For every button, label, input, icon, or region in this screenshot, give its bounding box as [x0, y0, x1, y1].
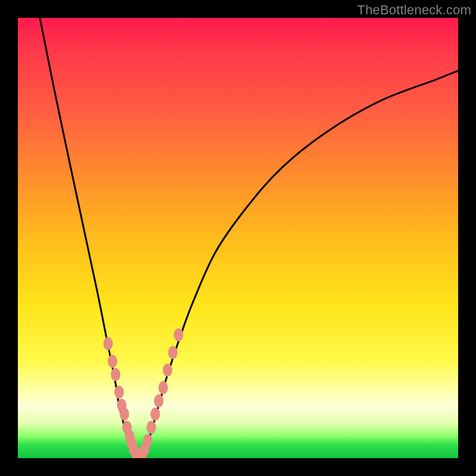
- watermark-text: TheBottleneck.com: [357, 2, 471, 18]
- data-point: [151, 408, 160, 421]
- data-point: [168, 346, 177, 359]
- data-point: [108, 355, 117, 368]
- data-point: [154, 394, 164, 408]
- data-point: [158, 381, 168, 394]
- data-point: [111, 368, 120, 381]
- data-point: [174, 328, 183, 342]
- data-point: [114, 386, 124, 399]
- data-point: [163, 364, 173, 377]
- data-point: [120, 408, 129, 421]
- chart-frame: TheBottleneck.com: [0, 0, 476, 476]
- data-point: [146, 421, 156, 434]
- data-point: [104, 337, 113, 350]
- curve-right-curve: [141, 71, 458, 458]
- chart-svg: [18, 18, 458, 458]
- data-point: [143, 434, 152, 447]
- plot-area: [18, 18, 458, 458]
